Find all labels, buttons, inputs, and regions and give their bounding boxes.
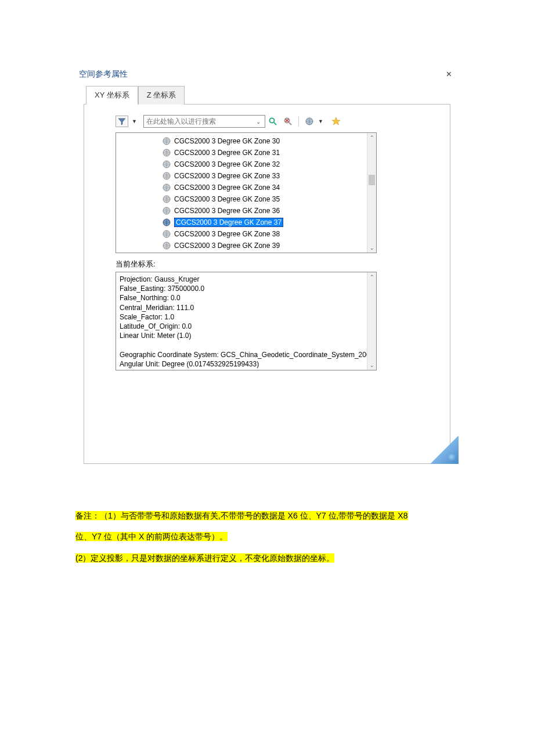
tree-item-label: CGCS2000 3 Degree GK Zone 35 (174, 195, 280, 203)
globe-icon (163, 207, 171, 215)
tab-z-label: Z 坐标系 (147, 91, 176, 99)
svg-line-4 (289, 123, 291, 125)
toolbar: ▼ ⌄ (116, 115, 436, 128)
titlebar: 空间参考属性 × (75, 67, 459, 85)
footnote-line-2: 位、Y7 位（其中 X 的前两位表达带号）。 (75, 526, 459, 547)
globe-icon (163, 218, 171, 226)
tree-item[interactable]: CGCS2000 3 Degree GK Zone 32 (163, 159, 376, 170)
tree-item[interactable]: CGCS2000 3 Degree GK Zone 33 (163, 170, 376, 182)
footnote-text: ）定义投影，只是对数据的坐标系进行定义，不变化原始数据的坐标。 (82, 553, 334, 563)
tab-panel: ▼ ⌄ (84, 104, 450, 464)
magnifier-icon (268, 117, 277, 126)
tab-xy[interactable]: XY 坐标系 (86, 86, 138, 105)
filter-dropdown-arrow[interactable]: ▼ (132, 118, 138, 124)
detail-line: Angular Unit: Degree (0.0174532925199433… (120, 359, 373, 369)
footnotes: 备注：（1）与否带带号和原始数据有关,不带带号的数据是 X6 位、Y7 位,带带… (75, 505, 459, 568)
detail-line: Projection: Gauss_Kruger (120, 275, 373, 284)
footnote-text: 位、Y7 位（其中 X 的前两位表达带号）。 (75, 532, 228, 541)
svg-marker-0 (118, 118, 125, 125)
tree-item[interactable]: CGCS2000 3 Degree GK Zone 35 (163, 193, 376, 205)
tab-xy-label: XY 坐标系 (95, 91, 129, 99)
tree-item[interactable]: CGCS2000 3 Degree GK Zone 31 (163, 147, 376, 159)
svg-point-1 (270, 118, 275, 123)
current-cs-label: 当前坐标系: (116, 259, 436, 269)
tree-item-label: CGCS2000 3 Degree GK Zone 33 (174, 172, 280, 180)
tree-item[interactable]: CGCS2000 3 Degree GK Zone 37 (163, 217, 376, 228)
globe-button[interactable] (303, 115, 316, 128)
spatial-reference-dialog: 空间参考属性 × XY 坐标系 Z 坐标系 ▼ ⌄ (75, 67, 459, 464)
footnote-text: 备注：（1）与否带带号和原始数据有关,不带带号的数据是 X6 位、Y7 位,带带… (75, 511, 408, 520)
globe-icon (163, 195, 171, 203)
tree-item-label: CGCS2000 3 Degree GK Zone 34 (174, 183, 280, 192)
tree-item[interactable]: CGCS2000 3 Degree GK Zone 34 (163, 182, 376, 193)
detail-line: Latitude_Of_Origin: 0.0 (120, 322, 373, 331)
scroll-down-arrow[interactable]: ⌄ (367, 361, 376, 370)
globe-icon (305, 117, 314, 126)
detail-line: Scale_Factor: 1.0 (120, 312, 373, 322)
tree-item-label: CGCS2000 3 Degree GK Zone 32 (174, 160, 280, 168)
detail-line: Geographic Coordinate System: GCS_China_… (120, 350, 373, 359)
globe-icon (163, 149, 171, 157)
scroll-up-arrow[interactable]: ⌃ (367, 133, 376, 142)
globe-icon (163, 183, 171, 192)
tree-item-label: CGCS2000 3 Degree GK Zone 38 (174, 230, 280, 238)
tree-item[interactable]: CGCS2000 3 Degree GK Zone 39 (163, 240, 376, 251)
globe-dropdown-arrow[interactable]: ▼ (318, 118, 324, 124)
detail-line: False_Easting: 37500000.0 (120, 284, 373, 293)
detail-line: Linear Unit: Meter (1.0) (120, 331, 373, 340)
details-scrollbar[interactable]: ⌃ ⌄ (367, 272, 376, 370)
svg-marker-8 (332, 117, 340, 125)
scroll-down-arrow[interactable]: ⌄ (367, 243, 376, 253)
tree-item[interactable]: CGCS2000 3 Degree GK Zone 30 (163, 135, 376, 147)
filter-button[interactable] (116, 116, 128, 127)
funnel-icon (118, 117, 126, 125)
footnote-line-3: (2）定义投影，只是对数据的坐标系进行定义，不变化原始数据的坐标。 (75, 548, 459, 568)
search-dropdown-arrow[interactable]: ⌄ (256, 118, 264, 125)
close-icon[interactable]: × (444, 69, 454, 80)
globe-icon (163, 160, 171, 168)
search-input[interactable] (143, 115, 265, 128)
scroll-thumb[interactable] (369, 175, 375, 185)
detail-line: False_Northing: 0.0 (120, 293, 373, 303)
tree-item-label: CGCS2000 3 Degree GK Zone 39 (174, 242, 280, 250)
globe-icon (163, 242, 171, 250)
clear-find-button[interactable] (282, 115, 294, 128)
globe-icon (163, 230, 171, 238)
dialog-title: 空间参考属性 (79, 69, 128, 80)
coordinate-system-tree: CGCS2000 3 Degree GK Zone 30CGCS2000 3 D… (116, 132, 377, 253)
tree-item-label: CGCS2000 3 Degree GK Zone 36 (174, 207, 280, 215)
footnote-line-1: 备注：（1）与否带带号和原始数据有关,不带带号的数据是 X6 位、Y7 位,带带… (75, 505, 459, 526)
scroll-up-arrow[interactable]: ⌃ (367, 272, 376, 282)
globe-icon (163, 137, 171, 145)
tab-strip: XY 坐标系 Z 坐标系 (75, 85, 459, 104)
tree-item[interactable]: CGCS2000 3 Degree GK Zone 36 (163, 205, 376, 217)
detail-line: Prime Meridian: Greenwich (0.0) (120, 369, 373, 370)
globe-icon (163, 172, 171, 180)
footnote-text: (2 (75, 553, 82, 563)
tree-item-label: CGCS2000 3 Degree GK Zone 31 (174, 149, 280, 157)
detail-line: Central_Meridian: 111.0 (120, 303, 373, 312)
coordinate-system-details: Projection: Gauss_KrugerFalse_Easting: 3… (116, 272, 377, 370)
detail-line (120, 340, 373, 350)
page-curl-decoration (431, 436, 459, 464)
tab-z[interactable]: Z 坐标系 (138, 86, 185, 105)
favorite-button[interactable] (330, 115, 342, 128)
svg-line-2 (274, 123, 276, 125)
tree-item-label: CGCS2000 3 Degree GK Zone 30 (174, 137, 280, 145)
magnifier-x-icon (283, 117, 293, 126)
tree-scrollbar[interactable]: ⌃ ⌄ (367, 133, 376, 253)
star-icon (331, 117, 341, 126)
toolbar-separator (298, 116, 299, 127)
find-button[interactable] (266, 115, 279, 128)
tree-item-label: CGCS2000 3 Degree GK Zone 37 (174, 218, 283, 227)
tree-item[interactable]: CGCS2000 3 Degree GK Zone 38 (163, 228, 376, 240)
